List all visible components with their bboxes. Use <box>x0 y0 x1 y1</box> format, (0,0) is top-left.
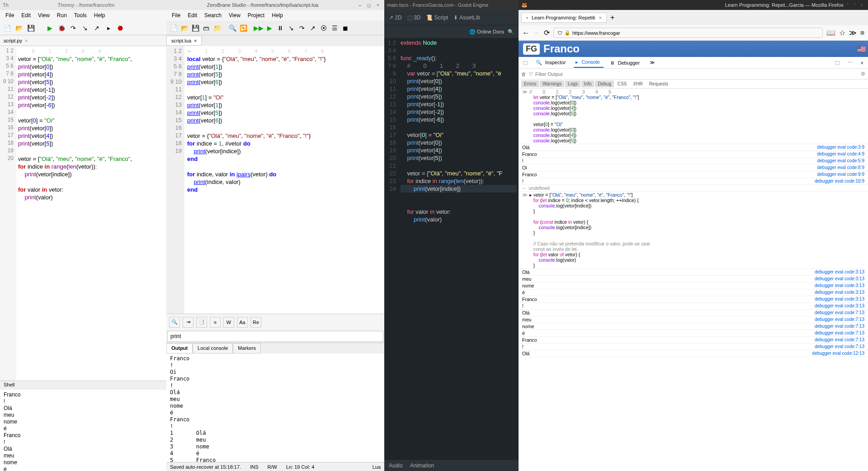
step-into-icon[interactable]: ↘ <box>287 24 296 33</box>
toggle-bp-icon[interactable]: ⦿ <box>319 24 328 33</box>
filter-info[interactable]: Info <box>581 80 594 87</box>
menu-run[interactable]: Run <box>54 11 70 19</box>
debug-icon[interactable]: 🐞 <box>57 24 66 33</box>
filter-xhr[interactable]: XHR <box>631 80 646 87</box>
shell-output[interactable]: Franco ! Olá meu nome é Franco ! Olá meu… <box>0 390 166 471</box>
close-tab-icon[interactable]: × <box>194 38 197 43</box>
resume-icon[interactable]: ▸ <box>104 24 113 33</box>
address-bar[interactable]: 🛡 🔒 https://www.francogar <box>553 28 823 38</box>
step-over-icon[interactable]: ↷ <box>69 24 78 33</box>
filter-debug[interactable]: Debug <box>595 80 613 87</box>
run-icon[interactable]: ▶ <box>45 24 54 33</box>
whole-word-button[interactable]: W <box>223 317 234 328</box>
menu-view[interactable]: View <box>35 11 52 19</box>
regex-button[interactable]: Re <box>250 317 261 328</box>
new-tab-button[interactable]: + <box>609 12 616 24</box>
save-file-icon[interactable]: 💾 <box>26 24 35 33</box>
new-file-icon[interactable]: 📄 <box>3 24 12 33</box>
3d-button[interactable]: ⬚ 3D <box>407 14 421 21</box>
run-icon[interactable]: ▶▶ <box>254 24 263 33</box>
online-docs-button[interactable]: 🌐 Online Docs <box>469 29 504 35</box>
menu-icon[interactable]: ≡ <box>860 29 864 37</box>
menu-file[interactable]: File <box>3 11 17 19</box>
step-over-icon[interactable]: ↷ <box>297 24 307 33</box>
zb-editor[interactable]: 1 2 3 4 5 6 7 8 9 10 11 12 13 14 15 16 1… <box>166 46 384 314</box>
filter-input[interactable] <box>535 71 858 77</box>
filter-css[interactable]: CSS <box>615 80 630 87</box>
menu-edit[interactable]: Edit <box>19 11 33 19</box>
2d-button[interactable]: ↗ 2D <box>389 14 402 21</box>
find-icon[interactable]: 🔍 <box>169 317 180 328</box>
project-icon[interactable]: 📁 <box>212 24 222 33</box>
back-icon[interactable]: ← <box>522 29 529 37</box>
audio-tab[interactable]: Audio <box>389 462 403 469</box>
reader-icon[interactable]: 📖 <box>826 28 835 37</box>
menu-project[interactable]: Project <box>245 11 267 19</box>
editor-tab[interactable]: script.lua × <box>166 36 202 46</box>
menu-help[interactable]: Help <box>91 11 108 19</box>
console-output[interactable]: ≫ // 0 1 2 3 4 5 let vetor = ["Olá", "me… <box>519 89 868 471</box>
overflow-icon[interactable]: ≫ <box>849 28 857 37</box>
devtools-settings-icon[interactable]: ⋯ <box>846 58 854 67</box>
filter-errors[interactable]: Errors <box>521 80 539 87</box>
inspect-icon[interactable]: ⬚ <box>521 58 529 67</box>
editor-tab[interactable]: script.py × <box>0 35 166 46</box>
bookmark-icon[interactable]: 📑 <box>196 317 207 328</box>
filter-warnings[interactable]: Warnings <box>540 80 564 87</box>
output-tab[interactable]: Output <box>166 343 193 353</box>
minimize-icon[interactable]: ˅ <box>844 1 851 9</box>
code-area[interactable]: -- 1 2 3 4 5 6 7 8 local vetor = {"Olá",… <box>184 46 384 314</box>
close-tab-icon[interactable]: × <box>25 38 28 43</box>
close-tab-icon[interactable]: × <box>599 15 602 20</box>
step-out-icon[interactable]: ↗ <box>308 24 317 33</box>
local-console-tab[interactable]: Local console <box>193 343 233 353</box>
output-panel[interactable]: Franco ! Oi Franco ! Olá meu nome é Fran… <box>166 353 384 462</box>
debugger-tab[interactable]: ⏸ Debugger <box>608 58 643 67</box>
menu-tools[interactable]: Tools <box>71 11 90 19</box>
browser-tab[interactable]: ▫ Learn Programming: Repetiti × <box>521 13 607 23</box>
close-icon[interactable]: × <box>374 1 382 9</box>
case-button[interactable]: Aa <box>237 317 248 328</box>
minimize-icon[interactable]: ‒ <box>356 1 363 9</box>
save-icon[interactable]: 💾 <box>191 24 200 33</box>
break-icon[interactable]: ⏸ <box>276 24 285 33</box>
open-file-icon[interactable]: 📂 <box>14 24 24 33</box>
menu-edit[interactable]: Edit <box>185 11 200 19</box>
trash-icon[interactable]: 🗑 <box>521 71 526 77</box>
stack-icon[interactable]: ☰ <box>330 24 339 33</box>
open-icon[interactable]: 📂 <box>180 24 189 33</box>
code-area[interactable]: 0 1 2 3 4 vetor = ["Olá", "meu", "nome",… <box>16 46 166 381</box>
start-debug-icon[interactable]: ▶ <box>265 24 274 33</box>
shield-icon[interactable]: 🛡 <box>557 30 562 36</box>
search-input[interactable] <box>167 331 383 342</box>
menu-help[interactable]: Help <box>269 11 286 19</box>
reload-icon[interactable]: ⟳ <box>544 28 550 37</box>
code-area[interactable]: extends Node func _ready(): # 0 1 2 3 va… <box>399 38 519 459</box>
menu-file[interactable]: File <box>169 11 183 19</box>
list-icon[interactable]: ≡ <box>210 317 221 328</box>
dock-icon[interactable]: ⬚ <box>833 58 841 67</box>
new-icon[interactable]: 📄 <box>169 24 178 33</box>
gd-editor[interactable]: 1 2 3 4 5 6 7 8 9 10 11 12 13 14 15 16 1… <box>384 38 519 459</box>
saveall-icon[interactable]: 🗃 <box>202 24 211 33</box>
settings-icon[interactable]: ⚙ <box>861 71 865 77</box>
animation-tab[interactable]: Animation <box>410 462 434 469</box>
search-docs-icon[interactable]: 🔍 <box>508 29 514 35</box>
menu-search[interactable]: Search <box>202 11 224 19</box>
inspector-tab[interactable]: 🔍 Inspector <box>534 58 569 67</box>
indent-icon[interactable]: ⇥ <box>183 317 193 328</box>
forward-icon[interactable]: → <box>533 29 540 37</box>
replace-icon[interactable]: 🔁 <box>239 24 248 33</box>
devtools-close-icon[interactable]: × <box>859 58 865 67</box>
stop-icon[interactable]: ⬣ <box>116 24 125 33</box>
thonny-editor[interactable]: 1 2 3 4 5 6 7 8 9 10 11 12 13 14 15 16 1… <box>0 46 166 381</box>
close-icon[interactable]: × <box>858 1 865 9</box>
markers-tab[interactable]: Markers <box>233 343 261 353</box>
filter-requests[interactable]: Requests <box>646 80 671 87</box>
step-into-icon[interactable]: ↘ <box>80 24 90 33</box>
script-button[interactable]: 📜 Script <box>426 14 448 21</box>
more-tabs-icon[interactable]: ≫ <box>648 58 657 67</box>
filter-logs[interactable]: Logs <box>565 80 580 87</box>
maximize-icon[interactable]: ˄ <box>851 1 858 9</box>
console-tab[interactable]: ▸ Console <box>574 57 603 68</box>
